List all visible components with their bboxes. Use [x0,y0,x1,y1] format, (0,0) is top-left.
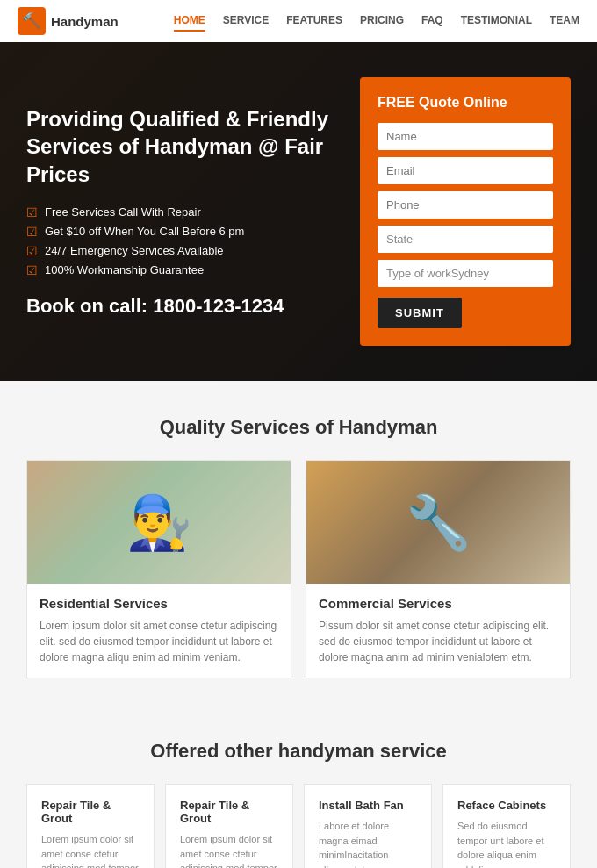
offered-card-desc: Labore et dolore magna eimad minimInacit… [319,819,417,868]
quote-title: FREE Quote Online [378,95,553,111]
feature-item: 100% Workmanship Guarantee [26,263,334,277]
work-type-select[interactable]: Type of workSydney [378,260,553,287]
service-card: Commercial ServicesPissum dolor sit amet… [306,460,571,678]
offered-card-desc: Lorem ipsum dolor sit amet conse ctetur … [41,832,140,868]
service-name: Commercial Services [319,596,557,611]
offered-card-desc: Sed do eiusmod tempor unt labore et dolo… [457,819,556,868]
name-input[interactable] [378,123,553,150]
hero-features-list: Free Services Call With RepairGet $10 of… [26,205,334,277]
nav-link-service[interactable]: SERVICE [223,11,269,32]
offered-card-1: Repair Tile & GroutLorem ipsum dolor sit… [165,784,293,868]
hero-content: Providing Qualified & Friendly Services … [26,105,334,318]
offered-card-title: Repair Tile & Grout [41,799,140,825]
submit-button[interactable]: SUBMIT [378,298,462,328]
nav-link-faq[interactable]: FAQ [421,11,443,32]
service-image-tools [306,461,570,584]
email-input[interactable] [378,157,553,184]
offered-card-0: Repair Tile & GroutLorem ipsum dolor sit… [26,784,155,868]
offered-card-desc: Lorem ipsum dolor sit amet conse ctetur … [180,832,278,868]
offered-card-title: Install Bath Fan [319,799,417,812]
hero-title: Providing Qualified & Friendly Services … [26,105,334,188]
quality-section: Quality Services of Handyman Residential… [0,381,597,714]
offered-card-3: Reface CabinetsSed do eiusmod tempor unt… [442,784,571,868]
service-name: Residential Services [40,596,278,611]
nav-link-team[interactable]: TEAM [550,11,579,32]
nav-links: HOMESERVICEFEATURESPRICINGFAQTESTIMONIAL… [174,11,579,32]
logo-icon: 🔨 [18,7,46,35]
phone-input[interactable] [378,191,553,219]
service-image-plumber [27,461,291,584]
service-desc: Lorem ipsum dolor sit amet conse ctetur … [40,618,278,665]
state-select[interactable]: State [378,226,553,253]
offered-card-2: Install Bath FanLabore et dolore magna e… [304,784,432,868]
service-card: Residential ServicesLorem ipsum dolor si… [26,460,291,678]
navbar: 🔨 Handyman HOMESERVICEFEATURESPRICINGFAQ… [0,0,597,42]
logo-text: Handyman [51,14,119,29]
offered-card-title: Repair Tile & Grout [180,799,278,825]
nav-link-features[interactable]: FEATURES [286,11,342,32]
quote-form: FREE Quote Online State Type of workSydn… [360,77,571,346]
feature-item: Free Services Call With Repair [26,205,334,219]
nav-link-home[interactable]: HOME [174,11,205,32]
nav-link-pricing[interactable]: PRICING [360,11,404,32]
offered-card-title: Reface Cabinets [457,799,556,812]
hero-call: Book on call: 1800-123-1234 [26,295,334,318]
feature-item: 24/7 Emergency Services Available [26,244,334,258]
logo[interactable]: 🔨 Handyman [18,7,119,35]
services-grid: Residential ServicesLorem ipsum dolor si… [26,460,571,678]
offered-title: Offered other handyman service [26,740,571,763]
quality-title: Quality Services of Handyman [26,416,571,439]
nav-link-testimonial[interactable]: TESTIMONIAL [461,11,532,32]
service-desc: Pissum dolor sit amet conse ctetur adipi… [319,618,557,665]
feature-item: Get $10 off When You Call Before 6 pm [26,225,334,239]
offered-section: Offered other handyman service Repair Ti… [0,714,597,868]
hero-section: Providing Qualified & Friendly Services … [0,42,597,381]
offered-grid: Repair Tile & GroutLorem ipsum dolor sit… [26,784,571,868]
